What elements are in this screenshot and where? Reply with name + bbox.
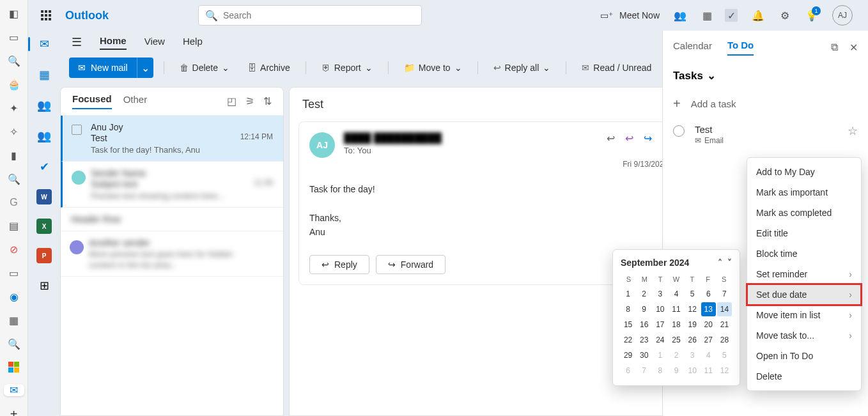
calendar-small-icon[interactable]: ▭ bbox=[8, 31, 20, 43]
search2-icon[interactable]: 🔍 bbox=[8, 173, 20, 185]
calendar-day[interactable]: 5 bbox=[717, 348, 732, 362]
gear-icon[interactable]: ⚙ bbox=[779, 9, 791, 22]
ctx-move-task-to[interactable]: Move task to...› bbox=[747, 325, 861, 346]
blocked-icon[interactable]: ⊘ bbox=[8, 243, 20, 256]
rail-calendar-icon[interactable]: ▦ bbox=[36, 66, 52, 83]
next-month-icon[interactable]: ˅ bbox=[727, 258, 732, 268]
calendar-day[interactable]: 18 bbox=[669, 318, 683, 332]
edge-icon[interactable]: ◉ bbox=[8, 291, 20, 303]
ms-logo-icon[interactable] bbox=[8, 362, 20, 373]
ctx-add-my-day[interactable]: Add to My Day bbox=[747, 162, 861, 182]
calendar-day[interactable]: 16 bbox=[637, 318, 651, 332]
rail-word-icon[interactable]: W bbox=[36, 189, 52, 204]
ctx-set-due-date[interactable]: Set due date› bbox=[747, 284, 861, 305]
moveto-button[interactable]: 📁Move to⌄ bbox=[399, 63, 467, 73]
calendar-day[interactable]: 12 bbox=[717, 364, 732, 378]
calendar-day[interactable]: 1 bbox=[653, 348, 667, 362]
calendar-day[interactable]: 9 bbox=[669, 364, 683, 378]
desktop-icon[interactable]: ◧ bbox=[8, 8, 20, 20]
search3-icon[interactable]: 🔍 bbox=[8, 338, 20, 350]
bell-icon[interactable]: 🔔 bbox=[752, 9, 764, 22]
outlook-taskbar-icon[interactable]: ✉ bbox=[4, 384, 24, 396]
message-item[interactable]: Header Row bbox=[61, 208, 283, 231]
ctx-mark-important[interactable]: Mark as important bbox=[747, 182, 861, 203]
calendar-day[interactable]: 26 bbox=[685, 333, 700, 347]
ctx-delete[interactable]: Delete bbox=[747, 366, 861, 387]
calendar-day[interactable]: 6 bbox=[701, 287, 716, 301]
newspaper-icon[interactable]: ▦ bbox=[701, 9, 713, 22]
tab-focused[interactable]: Focused bbox=[72, 93, 112, 109]
meet-now-button[interactable]: ▭⁺ Meet Now bbox=[600, 10, 660, 20]
calendar-day[interactable]: 17 bbox=[653, 318, 667, 332]
calendar-day[interactable]: 30 bbox=[637, 348, 651, 362]
calendar-day[interactable]: 29 bbox=[621, 348, 635, 362]
new-mail-dropdown[interactable]: ⌄ bbox=[137, 58, 153, 78]
list-icon[interactable]: ▤ bbox=[8, 220, 20, 232]
ctx-block-time[interactable]: Block time bbox=[747, 243, 861, 264]
calendar-day[interactable]: 2 bbox=[669, 348, 683, 362]
calendar-day[interactable]: 3 bbox=[653, 287, 667, 301]
calendar-day[interactable]: 8 bbox=[653, 364, 667, 378]
calendar-day[interactable]: 4 bbox=[669, 287, 683, 301]
search-box[interactable]: 🔍 bbox=[198, 5, 422, 26]
ctx-edit-title[interactable]: Edit title bbox=[747, 223, 861, 243]
archive-button[interactable]: 🗄Archive bbox=[242, 63, 295, 73]
search-icon[interactable]: 🔍 bbox=[8, 55, 20, 67]
ctx-set-reminder[interactable]: Set reminder› bbox=[747, 264, 861, 284]
replyall-button[interactable]: ↩Reply all⌄ bbox=[488, 63, 556, 73]
forward-button[interactable]: ↪Forward bbox=[376, 255, 446, 274]
close-icon[interactable]: ✕ bbox=[849, 42, 858, 54]
bookmark-icon[interactable]: ▮ bbox=[8, 150, 20, 162]
tips-icon[interactable]: 💡1 bbox=[805, 9, 818, 22]
delete-button[interactable]: 🗑Delete⌄ bbox=[174, 63, 235, 73]
replyall-icon[interactable]: ↩ bbox=[625, 132, 633, 144]
sparkle2-icon[interactable]: ✧ bbox=[8, 126, 20, 138]
calendar-day[interactable]: 7 bbox=[637, 364, 651, 378]
message-item[interactable]: Sender Name Subject text11:30 Preview te… bbox=[61, 162, 283, 208]
calendar-day[interactable]: 10 bbox=[685, 364, 700, 378]
popout-icon[interactable]: ⧉ bbox=[831, 42, 838, 54]
complete-checkbox[interactable] bbox=[673, 125, 685, 137]
calendar-day[interactable]: 28 bbox=[717, 333, 732, 347]
prev-month-icon[interactable]: ˄ bbox=[718, 258, 722, 268]
readunread-button[interactable]: ✉Read / Unread bbox=[577, 63, 656, 73]
chat-icon[interactable]: ▭ bbox=[8, 267, 20, 279]
checkbox[interactable] bbox=[72, 125, 82, 135]
calendar-day[interactable]: 11 bbox=[701, 364, 716, 378]
calendar-day[interactable]: 11 bbox=[669, 302, 683, 316]
calendar-day[interactable]: 3 bbox=[685, 348, 700, 362]
forward-icon[interactable]: ↪ bbox=[644, 132, 652, 144]
sparkle-icon[interactable]: ✦ bbox=[8, 102, 20, 114]
calendar-day[interactable]: 23 bbox=[637, 333, 651, 347]
tab-help[interactable]: Help bbox=[183, 36, 203, 49]
rail-todo-icon[interactable]: ✔ bbox=[36, 158, 52, 175]
rail-groups-icon[interactable]: 👥 bbox=[36, 128, 52, 144]
tab-view[interactable]: View bbox=[144, 36, 165, 49]
ctx-open-todo[interactable]: Open in To Do bbox=[747, 346, 861, 366]
task-item[interactable]: Test ✉Email ☆ bbox=[663, 118, 868, 151]
calendar-day[interactable]: 7 bbox=[717, 287, 732, 301]
calendar-day[interactable]: 21 bbox=[717, 318, 732, 332]
selectall-icon[interactable]: ◰ bbox=[227, 95, 236, 107]
teams-icon[interactable]: 👥 bbox=[674, 9, 686, 22]
account-avatar[interactable]: AJ bbox=[832, 5, 853, 26]
calendar-day[interactable]: 5 bbox=[685, 287, 700, 301]
app-launcher-icon[interactable] bbox=[36, 5, 56, 26]
star-icon[interactable]: ☆ bbox=[848, 124, 858, 138]
rail-ppt-icon[interactable]: P bbox=[36, 248, 52, 263]
filter-icon[interactable]: ⚞ bbox=[245, 95, 254, 107]
reply-icon[interactable]: ↩ bbox=[607, 132, 615, 144]
add-icon[interactable]: + bbox=[8, 408, 20, 416]
add-task-button[interactable]: +Add a task bbox=[663, 90, 868, 118]
calendar-day[interactable]: 24 bbox=[653, 333, 667, 347]
message-item[interactable]: Anu Joy Test12:14 PM Task for the day! T… bbox=[61, 116, 283, 162]
tab-calendar[interactable]: Calendar bbox=[673, 40, 712, 55]
tasks-title[interactable]: Tasks⌄ bbox=[663, 64, 868, 90]
rail-people-icon[interactable]: 👥 bbox=[36, 97, 52, 114]
grid-icon[interactable]: ▦ bbox=[8, 314, 20, 327]
hamburger-icon[interactable]: ☰ bbox=[72, 35, 82, 49]
calendar-day[interactable]: 20 bbox=[701, 318, 716, 332]
calendar-day[interactable]: 2 bbox=[637, 287, 651, 301]
report-button[interactable]: ⛨Report⌄ bbox=[316, 63, 378, 73]
ctx-mark-completed[interactable]: Mark as completed bbox=[747, 203, 861, 223]
